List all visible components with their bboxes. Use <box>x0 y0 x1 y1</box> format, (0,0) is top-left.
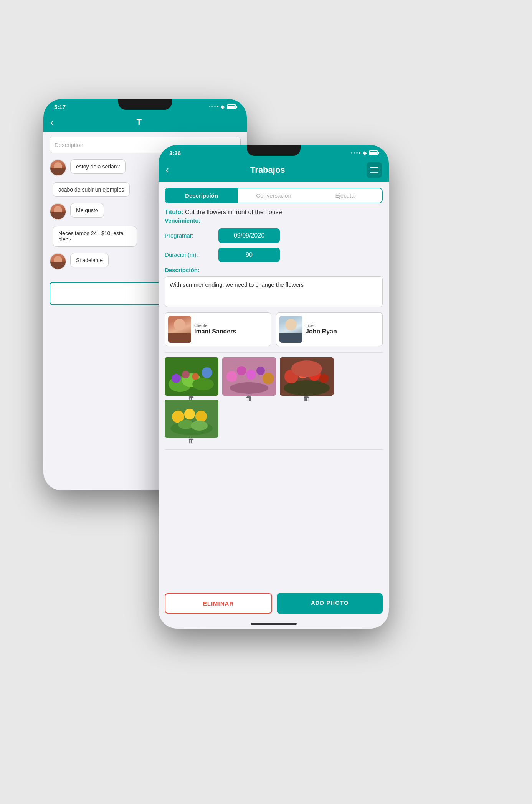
front-battery-icon <box>369 150 378 155</box>
descripcion-text: With summer ending, we need to change th… <box>165 276 383 307</box>
duracion-row: Duración(m): 90 <box>165 248 383 262</box>
svg-point-20 <box>319 374 329 383</box>
cliente-info: Cliente: Imani Sanders <box>194 323 236 335</box>
tab-ejecutar[interactable]: Ejecutar <box>310 188 382 203</box>
svg-point-14 <box>230 382 268 394</box>
photo-thumb-4 <box>165 400 218 438</box>
programar-row: Programar: 09/09/2020 <box>165 228 383 243</box>
photo-thumb-3 <box>280 357 334 396</box>
photo-item-1: 🗑 <box>165 357 218 396</box>
chat-bubble-1: estoy de a serian? <box>70 159 126 174</box>
photo-thumb-1 <box>165 357 218 396</box>
cliente-card: Cliente: Imani Sanders <box>165 312 271 346</box>
front-phone-notch <box>247 145 301 156</box>
photos-divider-bottom <box>165 449 383 450</box>
lider-card: Lider: John Ryan <box>276 312 383 346</box>
back-phone-notch <box>118 99 172 110</box>
front-back-button[interactable]: ‹ <box>165 164 169 176</box>
photo-delete-2[interactable]: 🗑 <box>246 395 253 403</box>
svg-point-26 <box>195 411 207 422</box>
chat-bubble-5: Si adelante <box>70 253 109 267</box>
back-status-time: 5:17 <box>54 104 66 110</box>
back-phone-title: T <box>54 117 225 127</box>
front-app-header: ‹ Trabajos <box>159 158 389 182</box>
lider-avatar <box>279 316 302 343</box>
cliente-role-label: Cliente: <box>194 323 236 328</box>
lider-info: Lider: John Ryan <box>306 323 337 335</box>
eliminar-button[interactable]: ELIMINAR <box>165 593 272 614</box>
chat-bubble-4: Necesitamos 24 , $10, esta bien? <box>53 226 137 247</box>
front-phone-title: Trabajos <box>169 165 367 175</box>
photo-grid: 🗑 <box>165 357 383 438</box>
front-status-time: 3:36 <box>169 150 181 156</box>
chat-avatar-5 <box>50 253 66 270</box>
front-phone: 3:36 ◈ ‹ Trabajos <box>159 145 389 629</box>
programar-label: Programar: <box>165 232 218 239</box>
front-wifi-icon: ◈ <box>363 150 367 156</box>
photo-item-3: 🗑 <box>280 357 334 396</box>
tab-conversacion[interactable]: Conversacion <box>238 188 310 203</box>
home-bar <box>251 623 297 625</box>
front-tabs: Descripción Conversacion Ejecutar <box>165 188 383 203</box>
svg-point-11 <box>246 370 256 380</box>
svg-point-4 <box>182 371 190 378</box>
cliente-name: Imani Sanders <box>194 328 236 335</box>
svg-point-9 <box>226 371 237 382</box>
svg-point-10 <box>237 366 246 375</box>
chat-avatar-1 <box>50 159 66 176</box>
svg-point-6 <box>202 367 212 378</box>
vencimiento-label: Vencimiento: <box>165 217 383 224</box>
programar-value[interactable]: 09/09/2020 <box>218 228 280 243</box>
photo-delete-4[interactable]: 🗑 <box>188 437 195 445</box>
cliente-avatar <box>168 316 191 343</box>
duracion-value[interactable]: 90 <box>218 248 280 262</box>
back-phone-back-button[interactable]: ‹ <box>50 116 54 128</box>
descripcion-section-label: Descripción: <box>165 267 383 273</box>
photos-divider-top <box>165 352 383 353</box>
front-content-area: Titulo: Cut the flowers in front of the … <box>159 203 389 588</box>
titulo-label: Titulo: <box>165 209 183 215</box>
svg-point-28 <box>191 421 208 431</box>
back-wifi-icon: ◈ <box>221 104 225 110</box>
chat-avatar-3 <box>50 203 66 220</box>
duracion-label: Duración(m): <box>165 251 218 258</box>
svg-point-12 <box>256 367 265 375</box>
lider-name: John Ryan <box>306 328 337 335</box>
svg-point-21 <box>291 360 322 377</box>
titulo-line: Titulo: Cut the flowers in front of the … <box>165 209 383 216</box>
titulo-value: Cut the flowers in front of the house <box>185 209 282 215</box>
front-menu-button[interactable] <box>367 162 382 178</box>
bottom-buttons: ELIMINAR ADD PHOTO <box>159 588 389 620</box>
chat-bubble-3: Me gusto <box>70 203 104 218</box>
svg-point-3 <box>172 374 181 383</box>
lider-role-label: Lider: <box>306 323 337 328</box>
svg-point-25 <box>184 409 195 419</box>
front-phone-content: Descripción Conversacion Ejecutar Titulo… <box>159 182 389 629</box>
back-app-header: ‹ T <box>43 112 247 132</box>
photo-delete-3[interactable]: 🗑 <box>303 395 310 403</box>
add-photo-button[interactable]: ADD PHOTO <box>277 593 383 614</box>
photo-item-2: 🗑 <box>222 357 276 396</box>
svg-point-7 <box>192 378 214 390</box>
people-row: Cliente: Imani Sanders <box>165 312 383 346</box>
svg-point-13 <box>263 373 274 384</box>
photo-item-4: 🗑 <box>165 400 218 438</box>
photo-thumb-2 <box>222 357 276 396</box>
back-battery-icon <box>227 104 236 109</box>
tab-descripcion[interactable]: Descripción <box>165 188 238 203</box>
chat-bubble-2: acabo de subir un ejemplos <box>53 182 130 197</box>
